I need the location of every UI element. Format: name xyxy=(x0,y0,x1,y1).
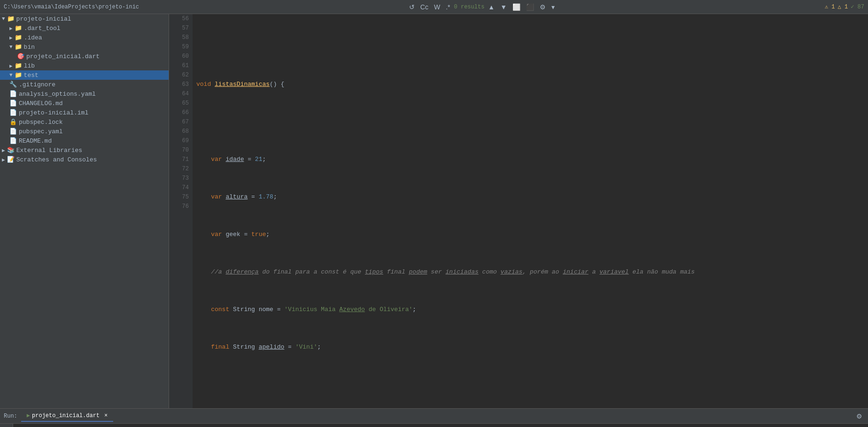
code-line-62: //a diferença do final para a const é qu… xyxy=(196,267,864,277)
test-label: test xyxy=(24,72,39,79)
bin-label: bin xyxy=(24,44,35,51)
top-bar: C:\Users\vmaia\IdeaProjects\projeto-inic… xyxy=(0,0,868,14)
changelog-icon: 📄 xyxy=(9,99,17,107)
idea-label: .idea xyxy=(24,34,42,41)
warning-count: ⚠ 1 xyxy=(825,3,835,10)
dart-tool-label: .dart_tool xyxy=(24,25,61,32)
gitignore-icon: 🔧 xyxy=(9,81,17,88)
scratches-icon: ▶ xyxy=(2,157,5,163)
code-line-63: const String nome = 'Vinicius Maia Azeve… xyxy=(196,305,864,314)
scratches-label: Scratches and Consoles xyxy=(16,156,97,163)
sidebar-item-test[interactable]: ▼ 📁 test xyxy=(0,70,169,80)
run-body: ▶ ↓ ↲ ≡ 💾 🗑 C:/dart-sdk/bin/dart.exe --e… xyxy=(0,424,868,427)
code-line-59: var idade = 21; xyxy=(196,155,864,164)
console-icon: 📝 xyxy=(7,156,15,163)
sidebar-item-readme[interactable]: 📄 README.md xyxy=(0,136,169,145)
error-count: △ 1 xyxy=(838,3,848,10)
sidebar-item-lib[interactable]: ▶ 📁 lib xyxy=(0,61,169,70)
analysis-icon: 📄 xyxy=(9,90,17,98)
run-settings-btn[interactable]: ⚙ xyxy=(854,412,864,421)
replace-btn[interactable]: ⬜ xyxy=(511,2,522,12)
run-tabs: Run: ▶ projeto_inicial.dart × ⚙ xyxy=(0,409,868,424)
sidebar-item-dart-tool[interactable]: ▶ 📁 .dart_tool xyxy=(0,23,169,33)
project-folder-icon: 📁 xyxy=(7,15,15,23)
changelog-label: CHANGELOG.md xyxy=(19,100,63,107)
folder-icon-bin: 📁 xyxy=(15,43,22,51)
run-tab-close-btn[interactable]: × xyxy=(104,412,108,419)
projeto-dart-label: projeto_inicial.dart xyxy=(26,53,100,60)
test-icon: ▼ xyxy=(9,72,13,78)
prev-result-btn[interactable]: ▲ xyxy=(486,2,496,12)
match-word-btn[interactable]: W xyxy=(432,2,442,12)
code-line-65 xyxy=(196,380,864,389)
iml-icon: 📄 xyxy=(9,109,17,116)
readme-icon: 📄 xyxy=(9,137,17,145)
lib-icon: ▶ xyxy=(9,63,13,69)
readme-label: README.md xyxy=(19,137,52,145)
top-bar-right: ⚠ 1 △ 1 ✓ 87 xyxy=(825,3,864,10)
sidebar-item-analysis[interactable]: 📄 analysis_options.yaml xyxy=(0,89,169,99)
code-line-60: var altura = 1.78; xyxy=(196,192,864,202)
settings-search-btn[interactable]: ⚙ xyxy=(538,2,548,12)
top-bar-left: C:\Users\vmaia\IdeaProjects\projeto-inic xyxy=(4,4,139,10)
editor-area: 56 57 58 59 60 61 62 63 64 65 66 67 68 6… xyxy=(169,14,868,408)
gitignore-label: .gitignore xyxy=(19,81,55,88)
sidebar-item-projeto-dart[interactable]: 🎯 projeto_inicial.dart xyxy=(0,52,169,61)
pubspec-lock-label: pubspec.lock xyxy=(19,119,63,126)
dart-tool-icon: ▶ xyxy=(9,25,13,31)
ok-count: ✓ 87 xyxy=(851,3,864,10)
project-collapse-icon: ▼ xyxy=(2,16,5,22)
project-path: C:\Users\vmaia\IdeaProjects\projeto-inic xyxy=(4,4,139,10)
libs-icon: 📚 xyxy=(7,146,15,154)
bin-icon: ▼ xyxy=(9,44,13,50)
run-file-tab-icon: ▶ xyxy=(27,412,30,419)
sidebar-item-bin[interactable]: ▼ 📁 bin xyxy=(0,42,169,52)
sidebar: ▼ 📁 projeto-inicial ▶ 📁 .dart_tool ▶ 📁 .… xyxy=(0,14,169,408)
yaml-icon: 📄 xyxy=(9,128,17,135)
sidebar-item-gitignore[interactable]: 🔧 .gitignore xyxy=(0,80,169,89)
code-line-64: final String apelido = 'Vini'; xyxy=(196,343,864,352)
code-line-56 xyxy=(196,42,864,52)
external-libs-icon: ▶ xyxy=(2,147,5,153)
run-sidebar-icons: ▶ ↓ ↲ ≡ 💾 🗑 xyxy=(0,424,13,427)
next-result-btn[interactable]: ▼ xyxy=(498,2,509,12)
search-area: ↺ Cc W .* 0 results ▲ ▼ ⬜ ⬛ ⚙ ▾ xyxy=(407,2,557,12)
lock-icon: 🔒 xyxy=(9,118,17,126)
match-case-btn[interactable]: Cc xyxy=(418,2,430,12)
search-back-btn[interactable]: ↺ xyxy=(407,2,417,12)
code-line-61: var geek = true; xyxy=(196,230,864,239)
analysis-label: analysis_options.yaml xyxy=(19,91,96,98)
sidebar-item-external-libs[interactable]: ▶ 📚 External Libraries xyxy=(0,145,169,155)
pubspec-yaml-label: pubspec.yaml xyxy=(19,128,63,135)
main-layout: ▼ 📁 projeto-inicial ▶ 📁 .dart_tool ▶ 📁 .… xyxy=(0,14,868,408)
idea-icon: ▶ xyxy=(9,35,13,41)
project-label: projeto-inicial xyxy=(16,15,71,23)
line-numbers: 56 57 58 59 60 61 62 63 64 65 66 67 68 6… xyxy=(169,14,193,408)
sidebar-item-iml[interactable]: 📄 projeto-inicial.iml xyxy=(0,108,169,117)
sidebar-item-changelog[interactable]: 📄 CHANGELOG.md xyxy=(0,99,169,108)
run-output: C:/dart-sdk/bin/dart.exe --enable-assert… xyxy=(13,424,868,427)
bottom-panel: Run: ▶ projeto_inicial.dart × ⚙ ▶ ↓ ↲ ≡ … xyxy=(0,408,868,427)
run-label: Run: xyxy=(4,413,17,419)
regex-btn[interactable]: .* xyxy=(444,2,452,12)
sidebar-item-project[interactable]: ▼ 📁 projeto-inicial xyxy=(0,14,169,23)
run-file-tab[interactable]: ▶ projeto_inicial.dart × xyxy=(21,410,113,422)
sidebar-item-pubspec-lock[interactable]: 🔒 pubspec.lock xyxy=(0,117,169,127)
iml-label: projeto-inicial.iml xyxy=(19,109,88,116)
code-line-58 xyxy=(196,117,864,127)
replace-all-btn[interactable]: ⬛ xyxy=(524,2,536,12)
sidebar-item-pubspec-yaml[interactable]: 📄 pubspec.yaml xyxy=(0,127,169,136)
code-line-57: void listasDinamicas() { xyxy=(196,80,864,89)
folder-icon-idea: 📁 xyxy=(15,34,22,41)
folder-icon-test: 📁 xyxy=(15,71,22,79)
code-view[interactable]: 56 57 58 59 60 61 62 63 64 65 66 67 68 6… xyxy=(169,14,868,408)
sidebar-item-idea[interactable]: ▶ 📁 .idea xyxy=(0,33,169,42)
folder-icon-lib: 📁 xyxy=(15,62,22,69)
dart-file-icon: 🎯 xyxy=(17,53,24,60)
lib-label: lib xyxy=(24,62,35,69)
code-content[interactable]: void listasDinamicas() { var idade = 21;… xyxy=(193,14,868,408)
filter-btn[interactable]: ▾ xyxy=(550,2,557,12)
sidebar-item-scratches[interactable]: ▶ 📝 Scratches and Consoles xyxy=(0,155,169,164)
search-results: 0 results xyxy=(454,4,485,10)
external-libs-label: External Libraries xyxy=(16,147,82,154)
